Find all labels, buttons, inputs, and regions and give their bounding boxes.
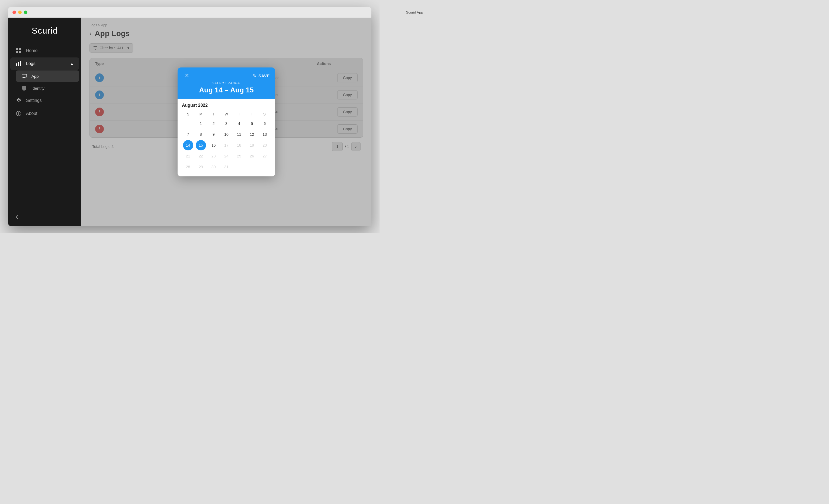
week-header: M	[195, 111, 207, 117]
calendar-day-30: 30	[209, 162, 219, 172]
sidebar-bottom	[8, 208, 81, 226]
sidebar-item-home[interactable]: Home	[10, 44, 79, 57]
svg-rect-3	[19, 51, 21, 53]
week-header: S	[258, 111, 271, 117]
svg-rect-1	[19, 48, 21, 50]
calendar-day-empty	[183, 118, 193, 129]
week-header: S	[182, 111, 195, 117]
date-picker-save-group: ✎ SAVE	[253, 73, 270, 78]
date-picker-header: ✕ ✎ SAVE SELECT RANGE Aug 14 – Aug 15	[178, 68, 275, 99]
select-range-label: SELECT RANGE	[183, 82, 270, 85]
calendar-day-10[interactable]: 10	[221, 129, 231, 140]
maximize-button[interactable]	[24, 10, 27, 14]
calendar-day-empty	[259, 162, 270, 172]
week-header: W	[220, 111, 233, 117]
svg-rect-10	[19, 113, 19, 115]
calendar-day-12[interactable]: 12	[247, 129, 257, 140]
svg-rect-5	[18, 62, 19, 66]
calendar-day-9[interactable]: 9	[209, 129, 219, 140]
app-body: Scurid Home	[8, 17, 371, 226]
sidebar-sub-nav: App Identity	[13, 71, 81, 94]
calendar-day-25: 25	[234, 151, 244, 161]
date-picker-header-top: ✕ ✎ SAVE	[183, 72, 270, 79]
close-button[interactable]	[12, 10, 16, 14]
calendar-day-1[interactable]: 1	[196, 118, 206, 129]
calendar-month-label: August 2022	[182, 103, 271, 108]
save-button[interactable]: SAVE	[258, 73, 270, 78]
bar-chart-icon	[16, 61, 22, 67]
collapse-button[interactable]	[12, 212, 22, 222]
calendar-day-16[interactable]: 16	[209, 140, 219, 150]
titlebar: Scurid App	[8, 7, 371, 17]
calendar-day-22: 22	[196, 151, 206, 161]
sidebar-nav: Home Logs ▲	[8, 41, 81, 208]
app-logo: Scurid	[8, 17, 81, 41]
svg-rect-4	[16, 64, 17, 66]
calendar-day-6[interactable]: 6	[259, 118, 270, 129]
date-picker-close-button[interactable]: ✕	[183, 72, 190, 79]
svg-rect-6	[20, 61, 21, 66]
sidebar-item-identity[interactable]: Identity	[16, 82, 79, 94]
svg-rect-0	[16, 48, 18, 50]
week-header: T	[232, 111, 245, 117]
sidebar-item-identity-label: Identity	[31, 86, 44, 90]
sidebar-item-settings[interactable]: Settings	[10, 94, 79, 107]
calendar-day-17: 17	[221, 140, 231, 150]
modal-overlay: ✕ ✎ SAVE SELECT RANGE Aug 14 – Aug 15 Au…	[81, 17, 371, 226]
calendar-day-24: 24	[221, 151, 231, 161]
svg-rect-7	[22, 74, 27, 77]
sidebar-item-logs[interactable]: Logs ▲	[10, 57, 79, 70]
calendar-day-empty	[247, 162, 257, 172]
calendar-grid: S M T W T F S	[182, 111, 271, 172]
calendar-day-15[interactable]: 15	[196, 140, 206, 150]
shield-icon	[21, 85, 27, 91]
calendar-day-5[interactable]: 5	[247, 118, 257, 129]
calendar-day-7[interactable]: 7	[183, 129, 193, 140]
calendar-day-31: 31	[221, 162, 231, 172]
calendar-day-27: 27	[259, 151, 270, 161]
calendar-day-11[interactable]: 11	[234, 129, 244, 140]
sidebar-item-settings-label: Settings	[26, 98, 42, 103]
sidebar-item-app-label: App	[31, 74, 39, 79]
calendar-day-21: 21	[183, 151, 193, 161]
monitor-icon	[21, 73, 27, 79]
sidebar: Scurid Home	[8, 17, 81, 226]
logs-chevron-icon: ▲	[70, 62, 74, 66]
calendar-day-28: 28	[183, 162, 193, 172]
calendar-day-3[interactable]: 3	[221, 118, 231, 129]
calendar-day-18: 18	[234, 140, 244, 150]
sidebar-item-about-label: About	[26, 111, 37, 116]
date-range-display: Aug 14 – Aug 15	[183, 86, 270, 94]
minimize-button[interactable]	[18, 10, 22, 14]
gear-icon	[16, 98, 22, 104]
sidebar-item-logs-label: Logs	[26, 61, 36, 66]
calendar-day-8[interactable]: 8	[196, 129, 206, 140]
calendar-day-29: 29	[196, 162, 206, 172]
calendar-day-26: 26	[247, 151, 257, 161]
calendar-day-23: 23	[209, 151, 219, 161]
calendar-day-2[interactable]: 2	[209, 118, 219, 129]
calendar-days: 1 2 3 4 5 6 7 8 9 10 1	[182, 118, 271, 172]
svg-point-11	[19, 112, 19, 113]
date-picker-modal: ✕ ✎ SAVE SELECT RANGE Aug 14 – Aug 15 Au…	[178, 68, 275, 177]
main-content: Logs > App ‹ App Logs Filter by : ALL ▾	[81, 17, 371, 226]
calendar-day-empty	[234, 162, 244, 172]
grid-icon	[16, 48, 22, 54]
traffic-lights	[12, 10, 27, 14]
info-icon	[16, 111, 22, 117]
svg-rect-8	[23, 77, 25, 78]
date-picker-body: August 2022 S M T W T F S	[178, 99, 275, 177]
edit-icon: ✎	[253, 73, 256, 78]
sidebar-item-home-label: Home	[26, 48, 38, 53]
sidebar-item-app[interactable]: App	[16, 71, 79, 82]
calendar-day-19: 19	[247, 140, 257, 150]
calendar-day-14[interactable]: 14	[183, 140, 193, 150]
app-window: Scurid App Scurid Home	[8, 7, 371, 226]
sidebar-item-about[interactable]: About	[10, 107, 79, 120]
week-header: F	[245, 111, 258, 117]
week-header: T	[207, 111, 220, 117]
svg-rect-2	[16, 51, 18, 53]
week-headers: S M T W T F S	[182, 111, 271, 117]
calendar-day-4[interactable]: 4	[234, 118, 244, 129]
calendar-day-13[interactable]: 13	[259, 129, 270, 140]
